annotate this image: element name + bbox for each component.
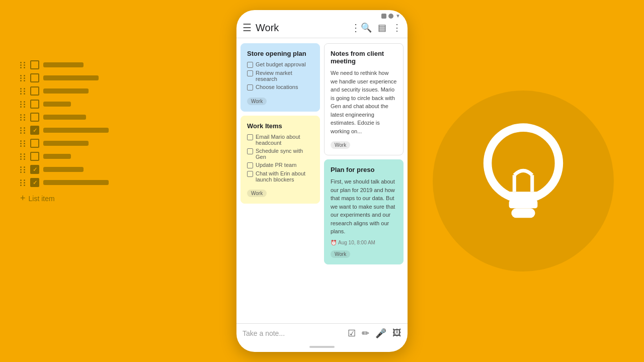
list-bar [43,88,89,94]
check-item-1: Get budget approval [247,61,313,68]
work-box-1[interactable] [247,134,253,140]
check-label-2: Review market research [256,70,313,82]
note-plan-preso[interactable]: Plan for preso First, we should talk abo… [324,159,404,264]
note-client-tag[interactable]: Work [331,141,350,149]
search-icon[interactable]: 🔍 [361,22,372,33]
status-circle [388,14,393,19]
list-bar [43,167,84,172]
left-checkbox[interactable] [30,139,39,148]
check-box-2[interactable] [247,70,253,76]
grid-icon[interactable]: ▤ [378,22,386,33]
home-bar-indicator [309,346,335,348]
list-row [20,126,109,135]
note-preso-title: Plan for preso [331,166,397,173]
pen-icon[interactable]: ✏ [362,328,369,339]
drag-dots [20,153,26,160]
left-checkbox[interactable] [30,113,39,122]
note-work-items[interactable]: Work Items Email Mario about headcount S… [240,116,320,204]
note-preso-time: ⏰ Aug 10, 8:00 AM [331,240,397,245]
check-label-1: Get budget approval [256,61,306,67]
bottom-icons: ☑ ✏ 🎤 🖼 [348,328,401,339]
svg-rect-2 [509,200,538,209]
list-bar [43,75,99,80]
note-store-title: Store opening plan [247,50,313,57]
list-bar [43,102,71,107]
bottom-bar: Take a note... ☑ ✏ 🎤 🖼 [236,323,408,343]
lightbulb-icon [458,116,589,246]
check-icon[interactable]: ☑ [348,328,356,339]
left-checkbox[interactable] [30,100,39,109]
work-label-1: Email Mario about headcount [256,134,313,146]
left-checkbox[interactable] [30,152,39,161]
work-label-2: Schedule sync with Gen [256,148,313,160]
drag-dots [20,101,26,108]
note-client-meeting[interactable]: Notes from client meeting We need to ret… [324,43,404,155]
svg-rect-3 [511,208,535,218]
check-box-1[interactable] [247,62,253,68]
left-checkbox[interactable] [30,178,39,187]
list-row [20,113,109,122]
drag-dots [20,179,26,186]
drag-dots [20,114,26,121]
right-bulb-area [433,90,614,272]
phone-status-bar: ▼ [236,10,408,20]
left-list: +List item [20,60,109,204]
list-bar [43,141,89,146]
notes-col-1: Store opening plan Get budget approval R… [240,43,320,318]
work-check-item-3: Update PR team [247,162,313,168]
notes-area: Store opening plan Get budget approval R… [236,38,408,323]
work-box-2[interactable] [247,148,253,154]
note-work-title: Work Items [247,122,313,130]
bulb-circle [433,90,614,272]
header-more-left-icon[interactable]: ⋮ [351,22,361,34]
note-preso-timestamp: Aug 10, 8:00 AM [338,240,375,245]
check-item-2: Review market research [247,70,313,82]
note-preso-tag[interactable]: Work [331,250,350,258]
note-store-tag[interactable]: Work [247,98,267,105]
list-row [20,178,109,187]
note-work-checklist: Email Mario about headcount Schedule syn… [247,134,313,183]
left-checkbox[interactable] [30,60,39,69]
add-list-item[interactable]: +List item [20,193,109,204]
drag-dots [20,127,26,134]
work-label-4: Chat with Erin about launch blockers [256,170,313,183]
left-checkbox[interactable] [30,73,39,82]
mic-icon[interactable]: 🎤 [375,328,386,339]
phone-mockup: ▼ ☰ Work ⋮ 🔍 ▤ ⋮ Store opening plan Get … [236,10,408,352]
left-checkbox[interactable] [30,86,39,96]
work-box-3[interactable] [247,162,253,168]
drag-dots [20,75,26,81]
take-note-placeholder[interactable]: Take a note... [243,329,344,337]
hamburger-icon[interactable]: ☰ [243,22,252,34]
list-row [20,86,109,96]
left-checkbox[interactable] [30,165,39,174]
left-checkbox[interactable] [30,126,39,135]
work-box-4[interactable] [247,171,253,177]
drag-dots [20,62,26,68]
svg-point-0 [488,128,559,199]
list-bar [43,62,84,67]
work-check-item-1: Email Mario about headcount [247,134,313,146]
work-check-item-4: Chat with Erin about launch blockers [247,170,313,183]
list-row [20,73,109,82]
phone-home-bar [236,343,408,352]
work-label-3: Update PR team [256,162,296,168]
note-store-opening[interactable]: Store opening plan Get budget approval R… [240,43,320,112]
status-arrow: ▼ [395,13,400,19]
note-client-title: Notes from client meeting [331,50,397,65]
check-item-3: Choose locations [247,84,313,90]
drag-dots [20,88,26,95]
more-options-icon[interactable]: ⋮ [392,22,401,33]
list-row [20,152,109,161]
list-bar [43,180,109,185]
image-icon[interactable]: 🖼 [392,328,401,339]
svg-rect-1 [507,192,540,200]
check-box-3[interactable] [247,84,253,90]
list-bar [43,128,109,133]
note-store-checklist: Get budget approval Review market resear… [247,61,313,90]
note-client-body: We need to rethink how we handle user ex… [331,69,397,135]
list-bar [43,115,86,120]
notes-col-2: Notes from client meeting We need to ret… [324,43,404,318]
note-work-tag[interactable]: Work [247,190,267,197]
drag-dots [20,140,26,147]
